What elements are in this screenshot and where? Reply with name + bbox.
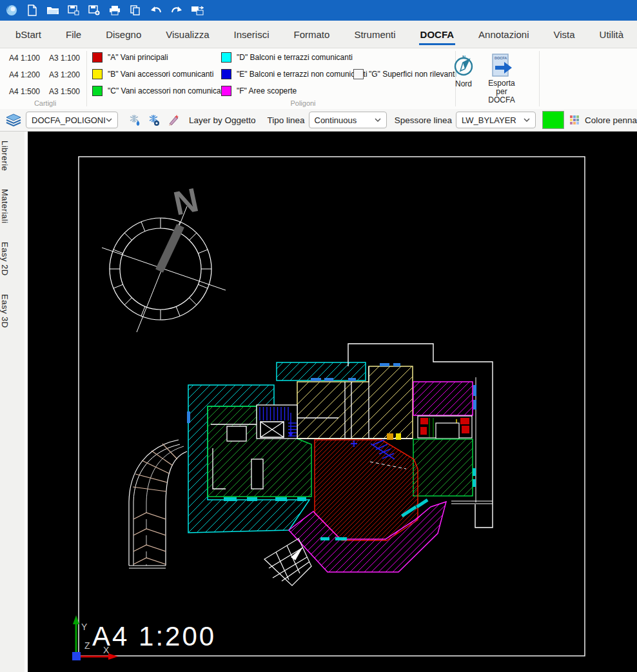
print-button[interactable] (108, 4, 121, 17)
fixture-detail-box (418, 416, 472, 439)
legend-vani-accessori-com: "B" Vani accessori comunicanti (92, 68, 213, 80)
tipo-linea-dropdown[interactable]: Continuous (309, 112, 387, 128)
app-logo (5, 4, 18, 17)
menu-formato[interactable]: Formato (293, 23, 331, 46)
group-label-cartigli: Cartigli (13, 99, 77, 107)
region-aree-scoperte-nord (413, 382, 473, 415)
drawing-canvas[interactable]: N (28, 132, 637, 672)
layers-icon[interactable] (5, 113, 22, 127)
chevron-down-icon (106, 118, 112, 122)
legend-balconi-com: "D" Balconi e terrazzi comunicanti (221, 52, 353, 63)
spessore-linea-dropdown[interactable]: LW_BYLAYER (456, 112, 536, 128)
north-needle (159, 226, 181, 271)
export-docfa-icon: DOCFA (489, 54, 514, 77)
region-vani-accessori-non-com-est (413, 439, 473, 496)
undo-button[interactable] (150, 4, 162, 17)
menu-visualizza[interactable]: Visualizza (164, 23, 210, 46)
nord-button[interactable]: N Nord (449, 54, 478, 88)
cartiglio-a3-500[interactable]: A3 1:500 (49, 85, 86, 98)
tab-easy3d[interactable]: Easy 3D (0, 285, 24, 337)
ucs-z-label: Z (84, 640, 90, 651)
staircase-main (257, 405, 297, 439)
tab-easy2d[interactable]: Easy 2D (0, 233, 24, 285)
menu-annotazioni[interactable]: Annotazioni (477, 23, 530, 46)
menu-strumenti[interactable]: Strumenti (353, 23, 397, 46)
compass-icon: N (451, 54, 476, 78)
pen-color-swatch[interactable] (542, 111, 564, 129)
ribbon-separator (86, 51, 87, 106)
access-ramp (129, 440, 187, 568)
swatch-g-white (353, 69, 364, 79)
ucs-y-label: Y (81, 622, 88, 632)
region-vani-principali (315, 440, 418, 540)
swatch-e-blue (221, 69, 231, 79)
application-window: bStart File Disegno Visualizza Inserisci… (0, 0, 637, 672)
swatch-a-red (92, 52, 103, 63)
layout-switch-button[interactable] (191, 4, 204, 17)
cartiglio-a3-200[interactable]: A3 1:200 (49, 68, 86, 81)
save-as-button[interactable] (88, 4, 101, 17)
ucs-x-label: X (103, 645, 110, 655)
swatch-b-yellow (92, 69, 103, 79)
palette-grid-icon[interactable] (569, 114, 580, 126)
layer-dropdown[interactable]: DOCFA_POLIGONI (26, 112, 118, 128)
chevron-down-icon (375, 118, 381, 122)
redo-button[interactable] (170, 4, 183, 17)
group-label-poligoni: Poligoni (251, 99, 355, 107)
spessore-linea-label: Spessore linea (395, 115, 452, 125)
pen-style-icon[interactable] (167, 114, 180, 126)
region-balcone-superiore (277, 362, 366, 380)
colore-penna-label: Colore penna (585, 115, 637, 125)
tab-librerie[interactable]: Librerie (0, 132, 24, 180)
menu-disegno[interactable]: Disegno (104, 23, 142, 46)
cartiglio-a4-500[interactable]: A4 1:500 (9, 85, 46, 98)
menu-vista[interactable]: Vista (553, 23, 576, 46)
cad-drawing: N (28, 132, 637, 672)
sheet-scale-label: A4 1:200 (92, 621, 216, 651)
swatch-d-cyan (221, 52, 231, 63)
elevator (260, 422, 284, 437)
swatch-c-green (92, 86, 103, 96)
new-file-button[interactable] (26, 4, 39, 17)
north-compass: N (102, 181, 226, 332)
freeze-viewport-icon[interactable] (148, 114, 161, 126)
legend-vani-principali: "A" Vani principali (92, 52, 168, 63)
svg-text:DOCFA: DOCFA (495, 56, 507, 60)
legend-balconi-non-com: "E" Balconi e terrazzi non comunicanti (221, 68, 368, 80)
copy-button[interactable] (129, 4, 142, 17)
ribbon-separator (539, 51, 540, 106)
svg-text:N: N (462, 55, 466, 59)
save-button[interactable] (67, 4, 80, 17)
properties-toolbar: DOCFA_POLIGONI Layer by Oggetto Tipo lin… (0, 109, 637, 132)
north-letter: N (170, 181, 202, 222)
menu-file[interactable]: File (64, 23, 83, 46)
tipo-linea-label: Tipo linea (267, 115, 304, 125)
menu-bar: bStart File Disegno Visualizza Inserisci… (0, 21, 637, 48)
menu-bstart[interactable]: bStart (14, 23, 43, 46)
cartiglio-a3-100[interactable]: A3 1:100 (49, 52, 86, 64)
ramp-steps (133, 444, 177, 564)
freeze-layer-icon[interactable] (128, 114, 141, 126)
menu-docfa[interactable]: DOCFA (419, 23, 456, 46)
swatch-f-magenta (221, 86, 231, 96)
cartiglio-a4-100[interactable]: A4 1:100 (9, 52, 46, 64)
legend-vani-accessori-non-com: "C" Vani accessori non comunicanti (92, 85, 229, 97)
legend-aree-scoperte: "F" Aree scoperte (221, 85, 297, 97)
tab-materiali[interactable]: Materiali (0, 180, 24, 233)
esporta-docfa-button[interactable]: DOCFA Esporta per DOCFA (482, 54, 521, 104)
chevron-down-icon (524, 118, 530, 122)
menu-utilita[interactable]: Utilità (598, 23, 625, 46)
side-panel-tabs: Librerie Materiali Easy 2D Easy 3D (0, 132, 25, 672)
layer-by-oggetto-label: Layer by Oggetto (189, 115, 256, 125)
legend-superfici-non-rilevanti: "G" Superfici non rilevanti (353, 68, 456, 80)
menu-inserisci[interactable]: Inserisci (233, 23, 271, 46)
title-bar (0, 0, 637, 21)
ucs-origin (72, 652, 81, 660)
cartiglio-a4-200[interactable]: A4 1:200 (9, 68, 46, 81)
open-folder-button[interactable] (46, 4, 59, 17)
ribbon-docfa: A4 1:100 A3 1:100 A4 1:200 A3 1:200 A4 1… (0, 48, 637, 110)
